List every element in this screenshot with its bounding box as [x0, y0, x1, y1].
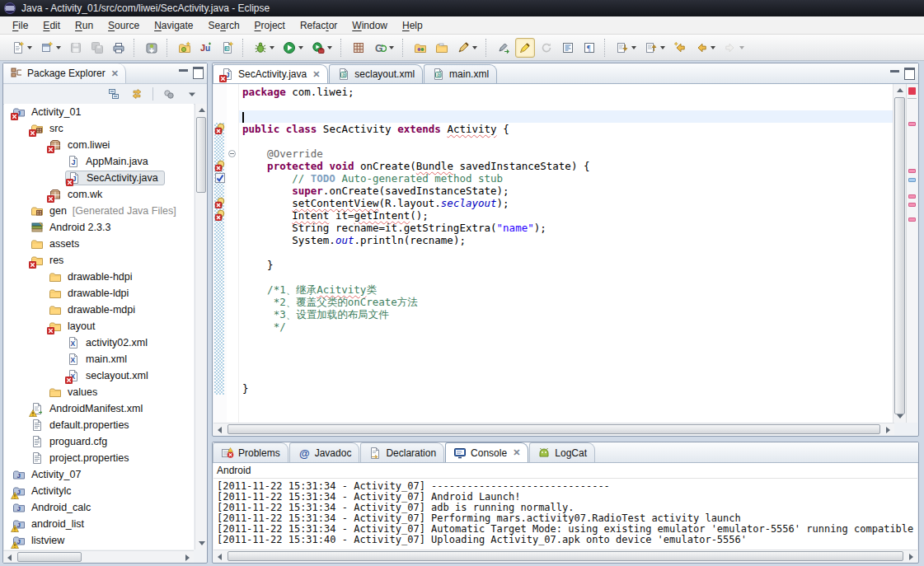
save-button[interactable] — [66, 38, 86, 58]
tree-item[interactable]: default.properties — [4, 417, 194, 433]
error-marker-icon[interactable] — [214, 160, 226, 171]
run-button[interactable] — [279, 38, 307, 58]
smart-insert-button[interactable] — [537, 38, 556, 58]
package-explorer-tab[interactable]: Package Explorer ✕ — [3, 63, 126, 83]
maximize-view-button[interactable] — [193, 67, 204, 79]
scroll-right-button[interactable] — [882, 423, 894, 436]
tree-item[interactable]: Xactivity02.xml — [4, 334, 194, 351]
tree-item[interactable]: gen [Generated Java Files] — [4, 203, 194, 219]
tree-item[interactable]: drawable-mdpi — [4, 302, 194, 318]
tree-item[interactable]: JActivitylc — [4, 483, 194, 499]
tree-item[interactable]: layout — [4, 318, 194, 334]
tree-vscroll-thumb[interactable] — [196, 117, 206, 193]
error-marker-icon[interactable] — [214, 197, 226, 208]
tree-item[interactable]: JSecActivity.java — [4, 170, 194, 186]
tree-vertical-scrollbar[interactable] — [195, 104, 207, 550]
chevron-down-icon[interactable] — [27, 46, 32, 49]
editor-horizontal-scrollbar[interactable] — [213, 423, 894, 435]
menu-item-project[interactable]: Project — [247, 17, 293, 34]
previous-annotation-button[interactable] — [641, 38, 668, 58]
menu-item-search[interactable]: Search — [201, 17, 247, 34]
tab-console[interactable]: Console✕ — [445, 442, 528, 462]
editor-hscroll-thumb[interactable] — [227, 424, 880, 434]
collapse-all-button[interactable] — [104, 84, 124, 104]
scroll-left-button[interactable] — [213, 423, 226, 436]
editor-vscroll-thumb[interactable] — [894, 97, 905, 414]
annotation-pen-button[interactable] — [453, 38, 481, 58]
task-marker-icon[interactable] — [214, 172, 226, 184]
maximize-editor-button[interactable] — [904, 68, 915, 80]
menu-item-help[interactable]: Help — [395, 17, 430, 34]
folding-ruler[interactable] — [227, 84, 239, 423]
new-from-template-button[interactable] — [37, 38, 64, 58]
chevron-down-icon[interactable] — [270, 46, 274, 49]
error-marker-icon[interactable] — [214, 123, 226, 134]
view-menu-button[interactable] — [182, 84, 202, 104]
overview-error-indicator[interactable] — [908, 87, 916, 95]
menu-item-refactor[interactable]: Refactor — [293, 17, 345, 34]
tree-item[interactable]: AndroidManifest.xml — [4, 400, 194, 417]
scroll-left-button[interactable] — [213, 550, 226, 562]
menu-item-navigate[interactable]: Navigate — [147, 17, 200, 34]
project-tree[interactable]: JActivity_01srccom.liweiJAppMain.javaJSe… — [4, 104, 194, 550]
overview-marker[interactable] — [908, 178, 916, 182]
close-icon[interactable]: ✕ — [312, 69, 320, 80]
tree-item[interactable]: Jandroid_list — [4, 516, 194, 532]
scroll-right-button[interactable] — [905, 550, 917, 562]
scroll-up-button[interactable] — [195, 104, 208, 116]
print-button[interactable] — [109, 38, 129, 58]
tree-item[interactable]: Jprogressbar — [4, 549, 194, 550]
tree-item[interactable]: Jlistview — [4, 532, 194, 549]
tree-item[interactable]: com.liwei — [4, 137, 194, 153]
editor-tab-main-xml[interactable]: amain.xml — [424, 64, 497, 83]
error-marker-icon[interactable] — [214, 209, 226, 221]
tree-item[interactable]: src — [4, 120, 194, 137]
tab-problems[interactable]: Problems — [213, 442, 288, 462]
chevron-down-icon[interactable] — [472, 46, 477, 49]
tree-item[interactable]: JAppMain.java — [4, 153, 194, 170]
fold-collapse-icon[interactable] — [228, 150, 236, 157]
tree-item[interactable]: proguard.cfg — [4, 433, 194, 450]
overview-marker[interactable] — [908, 218, 916, 222]
chevron-down-icon[interactable] — [327, 46, 332, 49]
new-android-xml-button[interactable]: a — [218, 38, 237, 58]
toggle-highlight-button[interactable] — [515, 38, 535, 58]
tree-item[interactable]: assets — [4, 236, 194, 252]
chevron-down-icon[interactable] — [56, 46, 61, 49]
close-icon[interactable]: ✕ — [513, 447, 520, 458]
new-task-button[interactable]: G — [370, 38, 397, 58]
tree-item[interactable]: Xmain.xml — [4, 351, 194, 367]
scroll-right-button[interactable] — [181, 551, 194, 564]
show-selected-element-only-button[interactable] — [558, 38, 578, 58]
coverage-button[interactable] — [349, 38, 368, 58]
new-button[interactable] — [8, 38, 35, 58]
tree-item[interactable]: project.properties — [4, 450, 194, 466]
editor-tab-seclayout-xml[interactable]: aseclayout.xml — [329, 64, 423, 83]
scroll-down-button[interactable] — [894, 410, 906, 423]
tree-item[interactable]: drawable-hdpi — [4, 269, 194, 285]
tree-item[interactable]: Xseclayout.xml — [4, 367, 194, 384]
editor-vertical-scrollbar[interactable] — [893, 84, 906, 423]
open-type-button[interactable] — [410, 38, 430, 58]
console-horizontal-scrollbar[interactable] — [213, 550, 917, 562]
scroll-up-button[interactable] — [894, 84, 906, 96]
next-annotation-button[interactable] — [612, 38, 640, 58]
toggle-mark-occurrences-button[interactable] — [494, 38, 514, 58]
menu-item-window[interactable]: Window — [345, 17, 395, 34]
console-output[interactable]: [2011-11-22 15:31:34 - Activity_07] ----… — [213, 479, 917, 548]
show-whitespace-button[interactable]: ¶ — [579, 38, 599, 58]
tree-item[interactable]: JAndroid_calc — [4, 499, 194, 516]
tab-declaration[interactable]: Declaration — [360, 442, 444, 462]
minimize-view-button[interactable] — [179, 69, 188, 79]
tree-horizontal-scrollbar[interactable] — [3, 550, 194, 563]
android-sdk-manager-button[interactable] — [142, 38, 162, 58]
tab-logcat[interactable]: LogCat — [529, 442, 595, 462]
scroll-left-button[interactable] — [3, 551, 16, 564]
link-with-editor-button[interactable] — [127, 84, 147, 104]
annotation-ruler[interactable] — [213, 84, 227, 423]
overview-ruler[interactable] — [906, 84, 917, 423]
chevron-down-icon[interactable] — [739, 46, 744, 49]
tree-item[interactable]: JActivity_07 — [4, 466, 194, 483]
back-history-button[interactable] — [692, 38, 719, 58]
tree-item[interactable]: values — [4, 384, 194, 400]
